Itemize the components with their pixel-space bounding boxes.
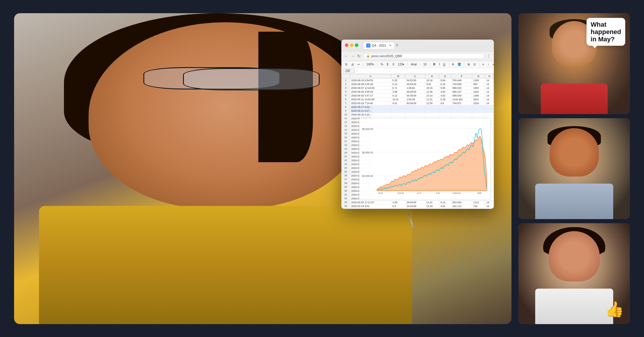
- cell[interactable]: 2020-05-31 10:55:49: [350, 97, 391, 101]
- cell[interactable]: 2020-05-21 8:27:...: [350, 109, 391, 113]
- cell[interactable]: 5.14: [439, 200, 451, 204]
- cell[interactable]: 57:31:00: [405, 208, 425, 209]
- cell[interactable]: [451, 109, 472, 113]
- back-button[interactable]: ←: [344, 54, 348, 58]
- cell[interactable]: 5.9: [391, 208, 405, 209]
- cell[interactable]: 1185: [472, 78, 485, 82]
- toolbar-merge[interactable]: ⊡: [472, 62, 477, 67]
- cell[interactable]: 11:21: [425, 97, 439, 101]
- cell[interactable]: [451, 113, 472, 116]
- table-row[interactable]: 102020-05-20 6:20:...: [342, 113, 494, 116]
- cell[interactable]: [439, 109, 451, 113]
- forward-button[interactable]: →: [351, 54, 355, 58]
- cell[interactable]: [439, 113, 451, 116]
- table-row[interactable]: 72020-05-29 7:24:404.0150:04:0012:304.87…: [342, 101, 494, 105]
- cell[interactable]: 54:52:00: [405, 78, 425, 82]
- cell[interactable]: 4.53: [439, 94, 451, 97]
- table-row[interactable]: 62020-05-31 10:55:4915.012:50:2911:215.2…: [342, 97, 494, 101]
- cell[interactable]: [391, 109, 405, 113]
- cell[interactable]: 5.9: [391, 204, 405, 208]
- cell[interactable]: 2020-05-29 7:24:40: [350, 101, 391, 105]
- cell[interactable]: [439, 105, 451, 109]
- cell[interactable]: 14: [485, 97, 494, 101]
- col-g-header[interactable]: G: [472, 74, 485, 78]
- cell[interactable]: 783.448: [451, 78, 472, 82]
- toolbar-valign[interactable]: ↕: [487, 62, 490, 67]
- cell[interactable]: 49:54:00: [405, 82, 425, 86]
- cell[interactable]: 968.525: [451, 86, 472, 90]
- cell[interactable]: 9:42: [425, 82, 439, 86]
- cell[interactable]: 24:10:00: [405, 204, 425, 208]
- cell[interactable]: 4.8: [439, 101, 451, 105]
- cell[interactable]: 13:18: [425, 204, 439, 208]
- cell[interactable]: 5.35: [391, 78, 405, 82]
- cell[interactable]: 14: [485, 204, 494, 208]
- cell[interactable]: 36:09:00: [405, 200, 425, 204]
- cell[interactable]: 699.534: [451, 94, 472, 97]
- table-row[interactable]: 52020-06-02 5:47:174.1254:30:0013:144.53…: [342, 94, 494, 97]
- cell[interactable]: [485, 113, 494, 116]
- toolbar-align[interactable]: ≡: [481, 62, 485, 67]
- cell[interactable]: 4.82: [439, 90, 451, 94]
- table-row[interactable]: 42020-06-05 4:55:293.9849:28:0012:264.82…: [342, 90, 494, 94]
- cell[interactable]: [425, 105, 439, 109]
- cell[interactable]: 883.769: [451, 208, 472, 209]
- cell[interactable]: 14: [485, 78, 494, 82]
- maximize-button[interactable]: [355, 43, 358, 47]
- toolbar-font[interactable]: Arial: [410, 62, 418, 67]
- cell[interactable]: 5.14: [391, 82, 405, 86]
- cell[interactable]: [405, 105, 425, 109]
- cell[interactable]: 2:50:29: [405, 97, 425, 101]
- cell[interactable]: 10:15: [425, 86, 439, 90]
- cell[interactable]: 14: [485, 82, 494, 86]
- cell[interactable]: 1:08:46: [405, 86, 425, 90]
- toolbar-print-icon[interactable]: 🖨: [350, 62, 355, 67]
- cell[interactable]: 6.16: [439, 208, 451, 209]
- cell[interactable]: 5.85: [439, 86, 451, 90]
- cell[interactable]: 1409: [472, 208, 485, 209]
- cell[interactable]: [391, 105, 405, 109]
- cell[interactable]: 12:26: [425, 90, 439, 94]
- cell[interactable]: 2020-03-20 17:21:57: [350, 200, 391, 204]
- cell[interactable]: [425, 113, 439, 116]
- cell[interactable]: 12:30: [425, 101, 439, 105]
- cell[interactable]: 2020-06-02 5:47:17: [350, 94, 391, 97]
- cell[interactable]: 754: [472, 204, 485, 208]
- cell[interactable]: 341.113: [451, 204, 472, 208]
- cell[interactable]: [391, 113, 405, 116]
- cell[interactable]: 2020-06-07 12:44:28: [350, 86, 391, 90]
- cell[interactable]: 14: [485, 101, 494, 105]
- cell[interactable]: 2020-06-05 4:55:29: [350, 90, 391, 94]
- table-row[interactable]: 82020-05-27 6:42:...: [342, 105, 494, 109]
- tab-close-icon[interactable]: ✕: [389, 44, 391, 47]
- cell[interactable]: 10:16: [425, 78, 439, 82]
- cell[interactable]: 11:41: [425, 200, 439, 204]
- cell[interactable]: 50:04:00: [405, 101, 425, 105]
- cell[interactable]: 2020-03-18 13:09:01: [350, 208, 391, 209]
- cell[interactable]: [485, 109, 494, 113]
- cell[interactable]: [485, 105, 494, 109]
- col-h-header[interactable]: H: [485, 74, 494, 78]
- address-bar[interactable]: 🔒 prezi.com/2020_QBR: [363, 53, 484, 59]
- toolbar-fill[interactable]: 🪣: [456, 62, 462, 67]
- cell[interactable]: 14: [485, 94, 494, 97]
- cell[interactable]: 2020-05-20 6:20:...: [350, 113, 391, 116]
- cell[interactable]: 13:14: [425, 94, 439, 97]
- cell[interactable]: 690.147: [451, 90, 472, 94]
- cell[interactable]: [425, 109, 439, 113]
- cell[interactable]: [472, 105, 485, 109]
- cell[interactable]: [472, 113, 485, 116]
- toolbar-undo-icon[interactable]: ↩: [356, 62, 361, 67]
- col-e-header[interactable]: E: [439, 74, 451, 78]
- cell[interactable]: 14: [485, 90, 494, 94]
- new-tab-button[interactable]: +: [396, 43, 398, 48]
- active-tab[interactable]: G Q4 - 2021 ✕: [363, 42, 394, 49]
- table-row[interactable]: 342020-03-19 9:015.924:10:0013:184.52341…: [342, 204, 494, 208]
- cell[interactable]: 5.84: [439, 78, 451, 82]
- cell[interactable]: [405, 109, 425, 113]
- cell[interactable]: 4.12: [391, 94, 405, 97]
- refresh-button[interactable]: ↻: [357, 54, 361, 58]
- cell[interactable]: 3.09: [391, 200, 405, 204]
- toolbar-dollar[interactable]: $: [386, 62, 390, 67]
- col-a-header[interactable]: A: [350, 74, 391, 78]
